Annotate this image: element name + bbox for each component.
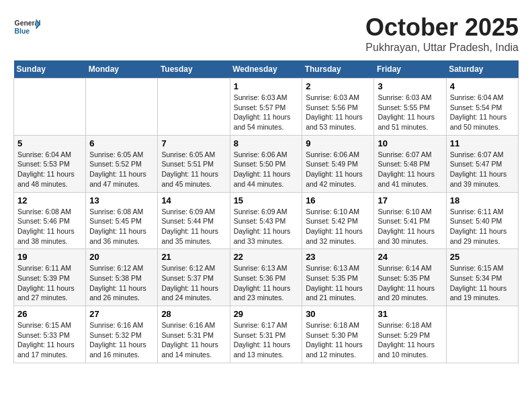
calendar-cell: 4Sunrise: 6:04 AM Sunset: 5:54 PM Daylig…: [446, 79, 518, 136]
logo-icon: General Blue: [13, 13, 40, 40]
day-info: Sunrise: 6:06 AM Sunset: 5:49 PM Dayligh…: [306, 150, 370, 189]
calendar-cell: 22Sunrise: 6:13 AM Sunset: 5:36 PM Dayli…: [230, 249, 302, 306]
day-info: Sunrise: 6:04 AM Sunset: 5:54 PM Dayligh…: [450, 93, 515, 132]
day-number: 16: [306, 195, 370, 205]
day-info: Sunrise: 6:18 AM Sunset: 5:29 PM Dayligh…: [378, 320, 442, 360]
calendar-cell: 19Sunrise: 6:11 AM Sunset: 5:39 PM Dayli…: [14, 249, 86, 306]
day-info: Sunrise: 6:18 AM Sunset: 5:30 PM Dayligh…: [306, 320, 370, 360]
day-info: Sunrise: 6:03 AM Sunset: 5:57 PM Dayligh…: [234, 93, 299, 132]
day-number: 13: [89, 195, 154, 205]
calendar-cell: [446, 306, 518, 363]
day-number: 4: [450, 81, 515, 91]
calendar-cell: 13Sunrise: 6:08 AM Sunset: 5:45 PM Dayli…: [86, 192, 158, 249]
calendar-cell: [86, 79, 158, 136]
calendar-cell: 29Sunrise: 6:17 AM Sunset: 5:31 PM Dayli…: [230, 306, 302, 363]
day-number: 22: [234, 252, 299, 262]
day-of-week-header: Thursday: [302, 60, 374, 79]
day-number: 7: [161, 138, 226, 148]
calendar-cell: 12Sunrise: 6:08 AM Sunset: 5:46 PM Dayli…: [14, 192, 86, 249]
day-number: 26: [17, 309, 82, 319]
calendar-cell: [158, 79, 230, 136]
day-number: 21: [161, 252, 226, 262]
day-info: Sunrise: 6:11 AM Sunset: 5:39 PM Dayligh…: [17, 263, 82, 303]
day-number: 18: [450, 195, 515, 205]
day-number: 12: [17, 195, 82, 205]
calendar-cell: 20Sunrise: 6:12 AM Sunset: 5:38 PM Dayli…: [86, 249, 158, 306]
calendar-cell: 23Sunrise: 6:13 AM Sunset: 5:35 PM Dayli…: [302, 249, 374, 306]
month-title: October 2025: [365, 13, 519, 42]
day-of-week-header: Sunday: [14, 60, 86, 79]
day-number: 31: [378, 309, 442, 319]
day-info: Sunrise: 6:13 AM Sunset: 5:36 PM Dayligh…: [234, 263, 299, 303]
day-number: 29: [234, 309, 299, 319]
calendar-cell: 10Sunrise: 6:07 AM Sunset: 5:48 PM Dayli…: [374, 135, 446, 192]
day-number: 2: [306, 81, 370, 91]
day-info: Sunrise: 6:10 AM Sunset: 5:41 PM Dayligh…: [378, 207, 442, 246]
day-info: Sunrise: 6:07 AM Sunset: 5:48 PM Dayligh…: [378, 150, 442, 189]
day-number: 17: [378, 195, 442, 205]
calendar-week-row: 19Sunrise: 6:11 AM Sunset: 5:39 PM Dayli…: [14, 249, 519, 306]
title-area: October 2025 Pukhrayan, Uttar Pradesh, I…: [365, 13, 519, 54]
calendar-cell: 16Sunrise: 6:10 AM Sunset: 5:42 PM Dayli…: [302, 192, 374, 249]
calendar-week-row: 1Sunrise: 6:03 AM Sunset: 5:57 PM Daylig…: [14, 79, 519, 136]
day-info: Sunrise: 6:15 AM Sunset: 5:33 PM Dayligh…: [17, 320, 82, 360]
day-info: Sunrise: 6:12 AM Sunset: 5:38 PM Dayligh…: [89, 263, 154, 303]
calendar-cell: 25Sunrise: 6:15 AM Sunset: 5:34 PM Dayli…: [446, 249, 518, 306]
day-number: 5: [17, 138, 82, 148]
calendar-cell: 24Sunrise: 6:14 AM Sunset: 5:35 PM Dayli…: [374, 249, 446, 306]
day-info: Sunrise: 6:05 AM Sunset: 5:51 PM Dayligh…: [161, 150, 226, 189]
calendar-cell: 6Sunrise: 6:05 AM Sunset: 5:52 PM Daylig…: [86, 135, 158, 192]
day-number: 10: [378, 138, 442, 148]
day-info: Sunrise: 6:16 AM Sunset: 5:32 PM Dayligh…: [89, 320, 154, 360]
calendar-cell: 21Sunrise: 6:12 AM Sunset: 5:37 PM Dayli…: [158, 249, 230, 306]
day-number: 8: [234, 138, 299, 148]
day-of-week-header: Saturday: [446, 60, 518, 79]
calendar-cell: 15Sunrise: 6:09 AM Sunset: 5:43 PM Dayli…: [230, 192, 302, 249]
page-header: General Blue October 2025 Pukhrayan, Utt…: [13, 13, 519, 54]
logo: General Blue: [13, 13, 43, 40]
calendar-cell: 11Sunrise: 6:07 AM Sunset: 5:47 PM Dayli…: [446, 135, 518, 192]
day-number: 27: [89, 309, 154, 319]
calendar-cell: 27Sunrise: 6:16 AM Sunset: 5:32 PM Dayli…: [86, 306, 158, 363]
day-info: Sunrise: 6:17 AM Sunset: 5:31 PM Dayligh…: [234, 320, 299, 360]
calendar-cell: 8Sunrise: 6:06 AM Sunset: 5:50 PM Daylig…: [230, 135, 302, 192]
day-info: Sunrise: 6:12 AM Sunset: 5:37 PM Dayligh…: [161, 263, 226, 303]
day-number: 20: [89, 252, 154, 262]
day-number: 15: [234, 195, 299, 205]
calendar-cell: 3Sunrise: 6:03 AM Sunset: 5:55 PM Daylig…: [374, 79, 446, 136]
day-info: Sunrise: 6:10 AM Sunset: 5:42 PM Dayligh…: [306, 207, 370, 246]
day-of-week-header: Monday: [86, 60, 158, 79]
day-number: 6: [89, 138, 154, 148]
day-number: 9: [306, 138, 370, 148]
calendar-cell: 7Sunrise: 6:05 AM Sunset: 5:51 PM Daylig…: [158, 135, 230, 192]
calendar-cell: 30Sunrise: 6:18 AM Sunset: 5:30 PM Dayli…: [302, 306, 374, 363]
day-info: Sunrise: 6:08 AM Sunset: 5:45 PM Dayligh…: [89, 207, 154, 246]
day-number: 11: [450, 138, 515, 148]
day-info: Sunrise: 6:07 AM Sunset: 5:47 PM Dayligh…: [450, 150, 515, 189]
calendar-cell: 26Sunrise: 6:15 AM Sunset: 5:33 PM Dayli…: [14, 306, 86, 363]
calendar-cell: 17Sunrise: 6:10 AM Sunset: 5:41 PM Dayli…: [374, 192, 446, 249]
day-of-week-header: Wednesday: [230, 60, 302, 79]
day-info: Sunrise: 6:11 AM Sunset: 5:40 PM Dayligh…: [450, 207, 515, 246]
day-of-week-header: Friday: [374, 60, 446, 79]
calendar-week-row: 12Sunrise: 6:08 AM Sunset: 5:46 PM Dayli…: [14, 192, 519, 249]
calendar-cell: 14Sunrise: 6:09 AM Sunset: 5:44 PM Dayli…: [158, 192, 230, 249]
svg-text:Blue: Blue: [15, 28, 30, 35]
calendar-cell: 9Sunrise: 6:06 AM Sunset: 5:49 PM Daylig…: [302, 135, 374, 192]
day-of-week-header: Tuesday: [158, 60, 230, 79]
calendar-week-row: 26Sunrise: 6:15 AM Sunset: 5:33 PM Dayli…: [14, 306, 519, 363]
day-number: 14: [161, 195, 226, 205]
day-info: Sunrise: 6:03 AM Sunset: 5:56 PM Dayligh…: [306, 93, 370, 132]
day-info: Sunrise: 6:16 AM Sunset: 5:31 PM Dayligh…: [161, 320, 226, 360]
day-info: Sunrise: 6:06 AM Sunset: 5:50 PM Dayligh…: [234, 150, 299, 189]
day-info: Sunrise: 6:09 AM Sunset: 5:43 PM Dayligh…: [234, 207, 299, 246]
day-info: Sunrise: 6:04 AM Sunset: 5:53 PM Dayligh…: [17, 150, 82, 189]
calendar-table: SundayMondayTuesdayWednesdayThursdayFrid…: [13, 60, 519, 363]
calendar-cell: [14, 79, 86, 136]
day-info: Sunrise: 6:15 AM Sunset: 5:34 PM Dayligh…: [450, 263, 515, 303]
day-number: 24: [378, 252, 442, 262]
calendar-cell: 31Sunrise: 6:18 AM Sunset: 5:29 PM Dayli…: [374, 306, 446, 363]
calendar-cell: 2Sunrise: 6:03 AM Sunset: 5:56 PM Daylig…: [302, 79, 374, 136]
day-number: 28: [161, 309, 226, 319]
day-number: 23: [306, 252, 370, 262]
